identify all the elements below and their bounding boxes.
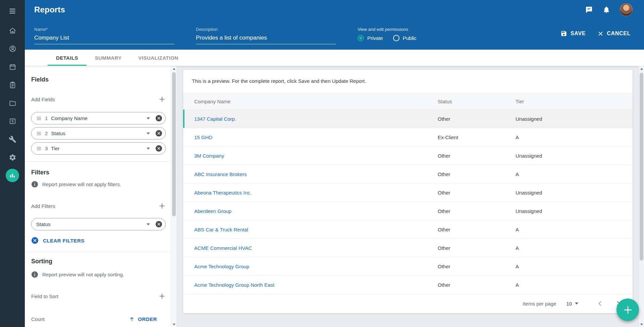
nav-item-contacts[interactable] (6, 42, 19, 55)
field-label: Status (51, 130, 147, 136)
scroll-down-icon[interactable] (639, 322, 644, 327)
add-fields-button[interactable] (158, 96, 166, 103)
fields-section-title: Fields (31, 76, 166, 83)
add-sort-field-button[interactable] (158, 292, 166, 300)
remove-icon[interactable] (155, 145, 162, 152)
cancel-button[interactable]: CANCEL (598, 31, 631, 37)
company-link[interactable]: ABC Insurance Brokers (194, 171, 247, 177)
scroll-up-icon[interactable] (639, 66, 644, 71)
company-link[interactable]: ACME Commercial HVAC (194, 245, 252, 251)
table-row[interactable]: ABS Car & Truck Rental Other A (183, 220, 633, 239)
nav-item-reports[interactable] (6, 169, 19, 182)
company-link[interactable]: Abeona Therapeutics Inc. (194, 190, 252, 196)
name-input[interactable]: Company List (34, 35, 174, 44)
items-per-page-label: Items per page (523, 301, 556, 307)
table-row[interactable]: Aberdeen Group Other Unassigned (183, 202, 633, 220)
scroll-up-icon[interactable] (171, 66, 177, 71)
status-cell: Other (438, 245, 516, 251)
scroll-down-icon[interactable] (171, 322, 177, 327)
status-cell: Other (438, 227, 516, 232)
field-chip-status[interactable]: 2 Status (31, 127, 166, 140)
chevron-down-icon[interactable] (147, 148, 150, 150)
status-cell: Other (438, 282, 516, 288)
clear-filters-button[interactable]: CLEAR FILTERS (31, 236, 166, 244)
radio-public[interactable]: Public (393, 35, 417, 41)
remove-icon[interactable] (155, 221, 162, 228)
tab-details[interactable]: DETAILS (48, 50, 87, 66)
table-row[interactable]: 1347 Capital Corp. Other Unassigned (183, 110, 633, 128)
status-cell: Ex-Client (438, 134, 516, 140)
tab-visualization[interactable]: VISUALIZATION (130, 50, 187, 66)
table-row[interactable]: ACME Commercial HVAC Other A (183, 239, 633, 257)
table-row[interactable]: ABC Insurance Brokers Other A (183, 165, 633, 183)
add-report-fab[interactable] (616, 298, 639, 321)
add-filters-button[interactable] (158, 202, 166, 210)
tier-cell: A (516, 171, 633, 177)
drag-handle-icon[interactable] (36, 146, 42, 151)
drag-handle-icon[interactable] (36, 116, 42, 121)
scrollbar-thumb[interactable] (172, 72, 176, 216)
nav-item-tools[interactable] (6, 132, 19, 146)
table-row[interactable]: 15 GHD Ex-Client A (183, 128, 633, 147)
nav-item-tasks[interactable] (6, 78, 19, 92)
nav-item-folder[interactable] (6, 96, 19, 110)
field-chip-company-name[interactable]: 1 Company Name (31, 112, 166, 124)
field-order: 1 (45, 115, 48, 121)
chevron-down-icon[interactable] (147, 117, 150, 119)
remove-icon[interactable] (155, 130, 162, 137)
radio-private[interactable]: Private (358, 35, 383, 41)
tier-cell: Unassigned (516, 208, 633, 214)
drag-handle-icon[interactable] (36, 131, 42, 136)
avatar[interactable] (620, 3, 633, 16)
page-scrollbar[interactable] (639, 66, 644, 327)
radio-private-label: Private (367, 35, 383, 41)
previous-page-button[interactable] (596, 299, 604, 308)
items-per-page-select[interactable]: 10 (566, 301, 578, 307)
nav-item-calendar[interactable] (6, 60, 19, 73)
sort-field-count-label: Count (31, 316, 45, 322)
radio-unselected-icon[interactable] (393, 35, 399, 41)
chevron-left-icon (596, 299, 604, 308)
company-link[interactable]: Acme Technology Group North East (194, 282, 274, 288)
company-link[interactable]: 3M Company (194, 153, 224, 159)
table-row[interactable]: Acme Technology Group North East Other A (183, 276, 633, 294)
tier-cell: A (516, 245, 633, 251)
company-link[interactable]: Acme Technology Group (194, 264, 249, 269)
table-row[interactable]: 3M Company Other Unassigned (183, 147, 633, 165)
company-link[interactable]: 15 GHD (194, 134, 212, 140)
company-link[interactable]: Aberdeen Group (194, 208, 231, 214)
radio-selected-icon[interactable] (358, 35, 364, 41)
table-row[interactable]: Acme Technology Group Other A (183, 257, 633, 276)
filter-chip-status[interactable]: Status (31, 218, 166, 230)
scrollbar-thumb[interactable] (640, 73, 643, 261)
tab-summary[interactable]: SUMMARY (87, 50, 130, 66)
sort-order-button[interactable]: ORDER (129, 316, 157, 322)
chat-icon[interactable] (585, 6, 593, 14)
table-header-row: Company Name Status Tier (183, 93, 633, 110)
remove-icon[interactable] (155, 115, 162, 122)
nav-rail: 5 (0, 0, 25, 327)
field-chip-tier[interactable]: 3 Tier (31, 142, 166, 155)
plus-icon (623, 305, 633, 315)
plus-icon (158, 96, 166, 103)
preview-notice: This is a preview. For the complete repo… (183, 70, 633, 93)
plus-icon (158, 202, 166, 210)
company-link[interactable]: 1347 Capital Corp. (194, 116, 236, 122)
description-input[interactable]: Provides a list of companies (196, 35, 336, 44)
nav-item-card-5[interactable]: 5 (6, 114, 19, 128)
chevron-down-icon[interactable] (147, 132, 150, 134)
company-link[interactable]: ABS Car & Truck Rental (194, 227, 248, 232)
status-cell: Other (438, 116, 516, 122)
notifications-icon[interactable] (602, 6, 610, 14)
nav-item-home[interactable] (6, 24, 19, 37)
panel-scrollbar[interactable] (171, 66, 176, 327)
chevron-down-icon[interactable] (147, 223, 150, 225)
nav-item-settings[interactable] (6, 151, 19, 164)
clear-filters-icon (31, 237, 39, 244)
column-header-status: Status (438, 99, 516, 104)
field-label: Company Name (51, 115, 147, 121)
menu-icon[interactable] (6, 4, 19, 18)
save-button[interactable]: SAVE (560, 30, 586, 37)
table-row[interactable]: Abeona Therapeutics Inc. Other Unassigne… (183, 183, 633, 202)
filter-label: Status (36, 221, 147, 227)
